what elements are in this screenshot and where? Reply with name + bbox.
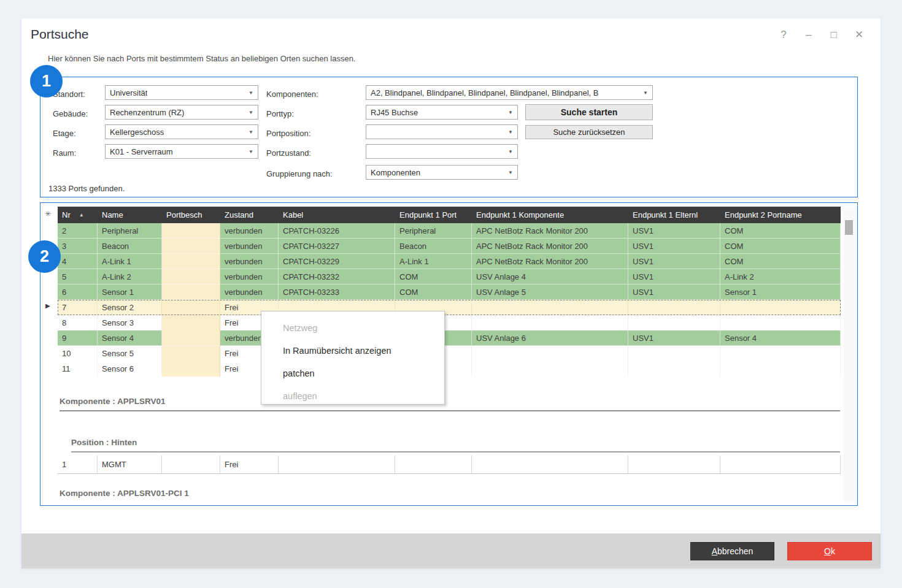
col-header-nr[interactable]: Nr ▲ bbox=[58, 207, 98, 223]
table-row[interactable]: 1MGMTFrei bbox=[58, 456, 841, 474]
cancel-button[interactable]: Abbrechen bbox=[690, 542, 774, 560]
gruppierung-select[interactable]: Komponenten ▼ bbox=[366, 165, 518, 180]
gebaeude-label: Gebäude: bbox=[53, 109, 88, 118]
group-header-komponente-applsrv01: Komponente : APPLSRV01 bbox=[60, 397, 840, 411]
window-controls: ? – □ ✕ bbox=[778, 28, 865, 42]
chevron-down-icon: ▼ bbox=[249, 110, 253, 115]
komponenten-value: A2, Blindpanel, Blindpanel, Blindpanel, … bbox=[371, 88, 599, 97]
gruppierung-label: Gruppierung nach: bbox=[266, 169, 333, 178]
col-header-zustand[interactable]: Zustand bbox=[220, 207, 279, 223]
standort-value: Universität bbox=[110, 88, 147, 97]
table-header: Nr ▲ Name Portbesch Zustand Kabel Endpun… bbox=[58, 207, 841, 223]
col-header-endpunkt2-portname[interactable]: Endpunkt 2 Portname bbox=[720, 207, 841, 223]
table-row[interactable]: 9Sensor 4verbundenUSV Anlage 6USV1Sensor… bbox=[58, 330, 841, 346]
komponenten-label: Komponenten: bbox=[266, 90, 318, 99]
search-criteria-panel: Standort: Universität ▼ Gebäude: Rechenz… bbox=[40, 77, 858, 197]
chevron-down-icon: ▼ bbox=[508, 110, 513, 115]
close-icon[interactable]: ✕ bbox=[854, 28, 865, 42]
chevron-down-icon: ▼ bbox=[249, 150, 253, 155]
maximize-icon[interactable]: □ bbox=[828, 28, 839, 42]
chevron-down-icon: ▼ bbox=[249, 91, 253, 96]
table-row[interactable]: 4A-Link 1verbundenCPATCH-03229A-Link 1AP… bbox=[58, 254, 841, 269]
gruppierung-value: Komponenten bbox=[371, 168, 420, 177]
menu-item-patchen[interactable]: patchen bbox=[261, 362, 444, 384]
portzustand-select[interactable]: ▼ bbox=[366, 144, 518, 159]
col-header-endpunkt1-port[interactable]: Endpunkt 1 Port bbox=[395, 207, 472, 223]
selected-row-marker-icon: ▶ bbox=[45, 302, 50, 309]
callout-badge-1: 1 bbox=[30, 65, 63, 97]
gebaeude-select[interactable]: Rechenzentrum (RZ) ▼ bbox=[105, 105, 258, 120]
table-row[interactable]: 5A-Link 2verbundenCPATCH-03232COMUSV Anl… bbox=[58, 269, 841, 284]
raum-label: Raum: bbox=[53, 148, 76, 158]
sort-asc-icon: ▲ bbox=[79, 212, 84, 218]
menu-item-raumuebersicht[interactable]: In Raumübersicht anzeigen bbox=[261, 339, 444, 362]
table-row[interactable]: 6Sensor 1verbundenCPATCH-03233COMUSV Anl… bbox=[58, 284, 841, 300]
gebaeude-value: Rechenzentrum (RZ) bbox=[110, 108, 184, 117]
minimize-icon[interactable]: – bbox=[803, 28, 814, 42]
ok-button[interactable]: Ok bbox=[787, 542, 872, 560]
dialog-footer: Abbrechen Ok bbox=[21, 533, 881, 568]
chevron-down-icon: ▼ bbox=[643, 91, 648, 96]
col-header-portbesch[interactable]: Portbesch bbox=[162, 207, 220, 223]
group-row-container: 1MGMTFrei bbox=[58, 456, 841, 474]
scrollbar-thumb[interactable] bbox=[845, 220, 853, 235]
chevron-down-icon: ▼ bbox=[249, 130, 253, 135]
callout-badge-2: 2 bbox=[28, 240, 61, 273]
chevron-down-icon: ▼ bbox=[508, 130, 513, 135]
suche-zuruecksetzen-button[interactable]: Suche zurücksetzen bbox=[525, 125, 653, 139]
porttyp-label: Porttyp: bbox=[266, 109, 294, 118]
col-header-kabel[interactable]: Kabel bbox=[279, 207, 395, 223]
help-icon[interactable]: ? bbox=[778, 28, 789, 42]
etage-value: Kellergeschoss bbox=[110, 128, 164, 137]
komponenten-select[interactable]: A2, Blindpanel, Blindpanel, Blindpanel, … bbox=[366, 85, 653, 100]
group-header-komponente-applsrv01-pci1: Komponente : APPLSRV01-PCI 1 bbox=[60, 489, 840, 502]
col-header-endpunkt1-eltern[interactable]: Endpunkt 1 Elternl bbox=[628, 207, 720, 223]
raum-select[interactable]: K01 - Serverraum ▼ bbox=[105, 144, 258, 159]
results-grid: Nr ▲ Name Portbesch Zustand Kabel Endpun… bbox=[58, 207, 841, 376]
result-count: 1333 Ports gefunden. bbox=[48, 184, 125, 193]
standort-select[interactable]: Universität ▼ bbox=[105, 85, 258, 100]
raum-value: K01 - Serverraum bbox=[110, 147, 173, 156]
portposition-label: Portposition: bbox=[266, 129, 310, 138]
vertical-scrollbar[interactable] bbox=[844, 208, 854, 501]
portsuche-dialog: Portsuche ? – □ ✕ Hier können Sie nach P… bbox=[21, 18, 881, 568]
porttyp-value: RJ45 Buchse bbox=[371, 108, 418, 117]
results-table-panel: ✳ ▶ Nr ▲ Name Portbesch Zustand Kabel En… bbox=[40, 202, 858, 506]
dialog-subtitle: Hier können Sie nach Ports mit bestimmte… bbox=[48, 54, 355, 63]
column-chooser-icon[interactable]: ✳ bbox=[45, 210, 51, 218]
group-header-position-hinten: Position : Hinten bbox=[71, 438, 840, 452]
porttyp-select[interactable]: RJ45 Buchse ▼ bbox=[366, 105, 518, 120]
context-menu: Netzweg In Raumübersicht anzeigen patche… bbox=[261, 311, 445, 405]
menu-item-netzweg: Netzweg bbox=[261, 316, 444, 339]
col-header-name[interactable]: Name bbox=[98, 207, 162, 223]
table-row[interactable]: 3BeaconverbundenCPATCH-03227BeaconAPC Ne… bbox=[58, 239, 841, 254]
portzustand-label: Portzustand: bbox=[266, 148, 311, 158]
portposition-select[interactable]: ▼ bbox=[366, 124, 518, 139]
table-row[interactable]: 10Sensor 5Frei bbox=[58, 346, 841, 361]
suche-starten-button[interactable]: Suche starten bbox=[525, 104, 653, 120]
etage-label: Etage: bbox=[53, 129, 76, 138]
table-row[interactable]: 2PeripheralverbundenCPATCH-03226Peripher… bbox=[58, 223, 841, 239]
col-header-endpunkt1-komponente[interactable]: Endpunkt 1 Komponente bbox=[472, 207, 628, 223]
menu-item-auflegen: auflegen bbox=[261, 384, 444, 407]
chevron-down-icon: ▼ bbox=[508, 170, 513, 175]
table-row-selected[interactable]: 7Sensor 2Frei bbox=[58, 300, 841, 315]
table-row[interactable]: 8Sensor 3Frei bbox=[58, 315, 841, 330]
chevron-down-icon: ▼ bbox=[508, 150, 513, 155]
etage-select[interactable]: Kellergeschoss ▼ bbox=[105, 124, 258, 139]
table-row[interactable]: 11Sensor 6Frei bbox=[58, 361, 841, 376]
page-title: Portsuche bbox=[31, 27, 89, 42]
